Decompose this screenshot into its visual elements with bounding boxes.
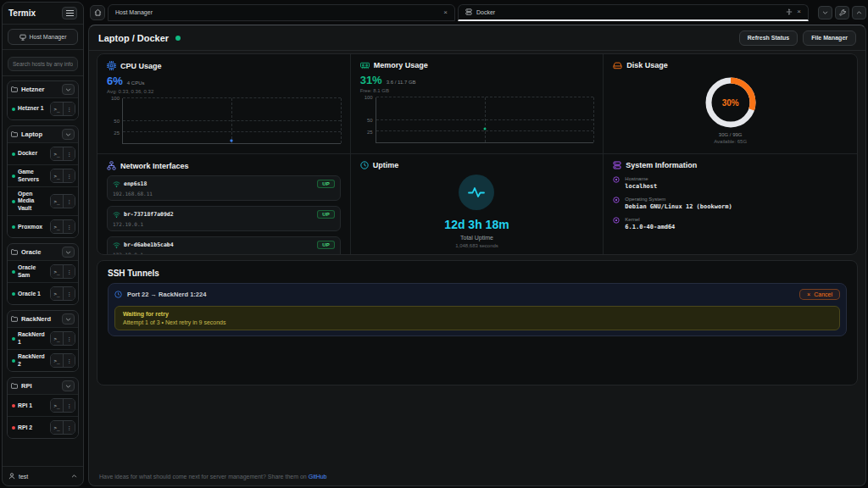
host-menu-button[interactable]: ⋮ — [63, 169, 75, 182]
sidebar-host-hetzner-1[interactable]: Hetzner 1 >_⋮ — [8, 97, 78, 119]
host-menu-button[interactable]: ⋮ — [63, 265, 75, 278]
cpu-percent: 6% — [107, 75, 123, 87]
group-label: RPI — [21, 382, 58, 390]
status-dot — [12, 270, 15, 274]
sidebar-host-open-media-vault[interactable]: Open Media Vault >_⋮ — [8, 186, 78, 215]
refresh-status-button[interactable]: Refresh Status — [739, 30, 798, 46]
cancel-tunnel-button[interactable]: × Cancel — [799, 289, 840, 300]
folder-icon — [11, 383, 18, 389]
scroll-tabs-right-button[interactable] — [852, 6, 866, 19]
disk-usage-card: Disk Usage 30% 30G / 99G Available: 65G — [604, 54, 857, 154]
search-input[interactable] — [8, 57, 78, 71]
home-button[interactable] — [90, 5, 105, 20]
sidebar-host-racknerd-1[interactable]: RackNerd 1 >_⋮ — [8, 327, 78, 349]
tools-button[interactable] — [835, 6, 849, 19]
open-terminal-button[interactable]: >_ — [51, 265, 63, 278]
close-tab-icon[interactable]: × — [797, 8, 801, 15]
group-header-laptop[interactable]: Laptop — [8, 126, 78, 142]
sidebar-host-oracle-1[interactable]: Oracle 1 >_⋮ — [8, 282, 78, 304]
sidebar-collapse-button[interactable] — [62, 7, 77, 19]
host-menu-button[interactable]: ⋮ — [63, 399, 75, 412]
user-menu[interactable]: test — [3, 466, 83, 485]
group-collapse-button[interactable] — [62, 84, 75, 95]
host-manager-button[interactable]: Host Manager — [8, 29, 78, 45]
group-collapse-button[interactable] — [62, 313, 75, 324]
card-title: CPU Usage — [120, 62, 162, 70]
open-terminal-button[interactable]: >_ — [51, 332, 63, 345]
open-terminal-button[interactable]: >_ — [51, 103, 63, 115]
hamburger-icon — [66, 10, 74, 16]
open-terminal-button[interactable]: >_ — [51, 195, 63, 208]
sidebar-host-racknerd-2[interactable]: RackNerd 2 >_⋮ — [8, 349, 78, 371]
sidebar-host-game-servers[interactable]: Game Servers >_⋮ — [8, 164, 78, 186]
status-dot — [12, 292, 15, 296]
hard-drive-icon — [613, 62, 622, 69]
host-menu-button[interactable]: ⋮ — [63, 421, 75, 434]
status-dot — [12, 337, 15, 341]
interface-name: br-73718f7a09d2 — [124, 211, 314, 218]
scroll-tabs-left-button[interactable] — [818, 6, 832, 19]
group-collapse-button[interactable] — [62, 129, 75, 140]
open-terminal-button[interactable]: >_ — [51, 220, 63, 233]
sidebar-host-proxmox[interactable]: Proxmox >_⋮ — [8, 215, 78, 237]
username: test — [19, 474, 68, 480]
memory-data-point — [483, 127, 486, 130]
footer-text: Have ideas for what should come next for… — [99, 474, 307, 480]
group-header-oracle[interactable]: Oracle — [8, 244, 78, 260]
file-manager-button[interactable]: File Manager — [803, 30, 856, 46]
split-view-icon[interactable] — [786, 8, 793, 15]
group-header-hetzner[interactable]: Hetzner — [8, 81, 78, 97]
group-collapse-button[interactable] — [62, 380, 75, 391]
page-title: Laptop / Docker — [98, 33, 169, 43]
open-terminal-button[interactable]: >_ — [51, 399, 63, 412]
y-tick: 25 — [367, 130, 373, 135]
host-menu-button[interactable]: ⋮ — [63, 147, 75, 160]
host-menu-button[interactable]: ⋮ — [63, 332, 75, 345]
sidebar-host-rpi-1[interactable]: RPI 1 >_⋮ — [8, 394, 78, 416]
sidebar-host-docker[interactable]: Docker >_⋮ — [8, 142, 78, 164]
sidebar-host-rpi-2[interactable]: RPI 2 >_⋮ — [8, 416, 78, 438]
disk-available-text: Available: 65G — [714, 139, 747, 144]
host-menu-button[interactable]: ⋮ — [63, 195, 75, 208]
open-terminal-button[interactable]: >_ — [51, 287, 63, 300]
group-header-racknerd[interactable]: RackNerd — [8, 311, 78, 327]
y-tick: 50 — [367, 118, 373, 123]
interface-ip: 172.18.0.1 — [113, 252, 335, 254]
open-terminal-button[interactable]: >_ — [51, 169, 63, 182]
host-group-racknerd: RackNerd RackNerd 1 >_⋮ RackNerd 2 >_⋮ — [7, 310, 79, 372]
cancel-label: Cancel — [814, 291, 832, 297]
chevron-up-icon — [856, 11, 862, 14]
target-icon — [613, 176, 620, 183]
wifi-icon — [113, 212, 120, 218]
host-menu-button[interactable]: ⋮ — [63, 220, 75, 233]
chevron-up-icon — [71, 474, 77, 478]
host-menu-button[interactable]: ⋮ — [63, 287, 75, 300]
status-dot — [12, 426, 15, 430]
card-title: System Information — [626, 161, 697, 169]
cpu-load-avg: Avg: 0.33, 0.36, 0.32 — [107, 89, 341, 94]
card-title: Memory Usage — [374, 61, 428, 69]
open-terminal-button[interactable]: >_ — [51, 421, 63, 434]
host-menu-button[interactable]: ⋮ — [63, 354, 75, 367]
tunnel-retry-warning: Waiting for retry Attempt 1 of 3 • Next … — [114, 306, 840, 330]
host-name: Oracle Sam — [18, 264, 47, 279]
open-terminal-button[interactable]: >_ — [51, 147, 63, 160]
sidebar: Termix Host Manager Hetzner Hetzner 1 >_… — [2, 2, 84, 486]
close-tab-icon[interactable]: × — [443, 9, 448, 16]
group-collapse-button[interactable] — [62, 247, 75, 258]
github-link[interactable]: GitHub — [309, 474, 327, 480]
sidebar-host-oracle-sam[interactable]: Oracle Sam >_⋮ — [8, 260, 78, 282]
interface-state-badge: UP — [317, 241, 334, 249]
group-header-rpi[interactable]: RPI — [8, 378, 78, 394]
sidebar-header: Termix — [3, 3, 83, 25]
wrench-icon — [839, 9, 846, 16]
open-terminal-button[interactable]: >_ — [51, 354, 63, 367]
server-icon — [465, 8, 472, 15]
tab-host-manager[interactable]: Host Manager × — [108, 4, 455, 21]
group-label: RackNerd — [21, 315, 58, 323]
y-tick: 100 — [111, 96, 120, 101]
host-name: Game Servers — [18, 169, 47, 183]
tab-docker[interactable]: Docker × — [458, 4, 809, 21]
host-manager-label: Host Manager — [30, 34, 67, 40]
host-menu-button[interactable]: ⋮ — [63, 103, 75, 115]
